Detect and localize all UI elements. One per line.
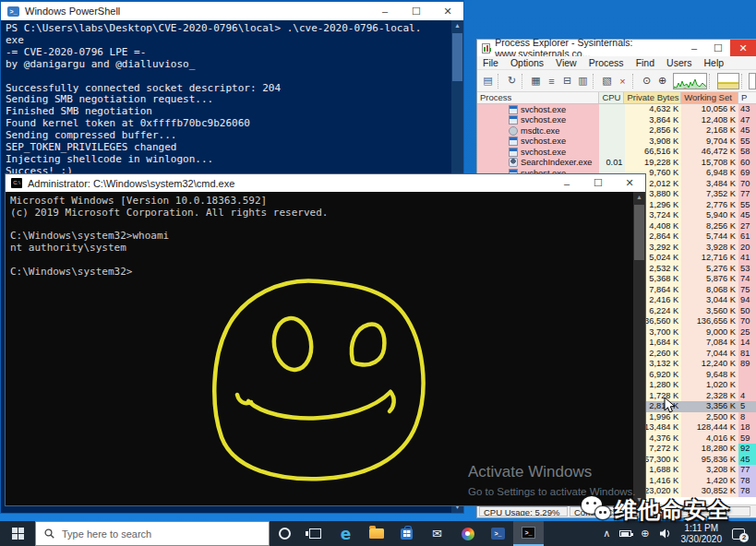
column-header-working-set[interactable]: Working Set [681,92,738,103]
kill-process-icon[interactable]: × [615,74,630,89]
menu-item-find[interactable]: Find [636,57,654,68]
volume-icon[interactable] [654,521,676,546]
minimize-button[interactable]: – [551,174,582,192]
cmd-title: Administrator: C:\Windows\system32\cmd.e… [28,178,234,189]
maximize-button[interactable]: ☐ [401,2,432,20]
svchost-process-icon [509,136,518,146]
column-header-cpu[interactable]: CPU [599,92,625,103]
powershell-icon: >_ [7,6,19,17]
taskbar: Type here to search e ✉ >_ >_ ∧ ⊕ 1:11 P… [0,521,756,546]
cmd-titlebar[interactable]: C:\ Administrator: C:\Windows\system32\c… [6,174,645,192]
lower-pane-icon[interactable]: ⊟ [559,74,575,89]
scroll-up-icon[interactable]: ▲ [451,20,463,31]
terminal-line: C:\Windows\system32> [10,267,633,279]
column-header-pid[interactable]: P [738,92,756,103]
notification-button[interactable]: 2 [727,521,756,546]
scroll-down-icon[interactable]: ▼ [633,494,645,505]
paint-button[interactable] [452,521,483,546]
powershell-titlebar[interactable]: >_ Windows PowerShell – ☐ ✕ [1,2,463,20]
close-button[interactable]: ✕ [730,40,756,56]
dll-view-icon[interactable]: ▥ [575,74,591,89]
minimize-button[interactable]: – [369,2,401,20]
mail-button[interactable]: ✉ [422,521,452,546]
process-row[interactable]: svchost.exe3,908 K9,704 K55 [477,136,756,148]
commit-history-graph[interactable] [717,73,738,89]
process-name: svchost.exe [521,148,566,157]
cortana-button[interactable] [270,521,300,546]
cpu-history-graph[interactable] [673,73,707,89]
process-explorer-icon [482,43,490,53]
file-explorer-button[interactable] [361,521,391,546]
search-process-icon [509,158,518,167]
scroll-up-icon[interactable]: ▲ [633,192,645,203]
minimize-button[interactable]: – [682,40,706,56]
terminal-line: (c) 2019 Microsoft Corporation. All righ… [10,208,633,220]
terminal-line: PS C:\Users\labs\Desktop\CVE-2020-0796\l… [6,23,451,35]
scrollbar-thumb[interactable] [452,33,462,81]
system-info-icon[interactable]: ▦ [528,74,544,89]
cmd-terminal-output: Microsoft Windows [Version 10.0.18363.59… [6,192,633,505]
edge-button[interactable]: e [330,521,361,546]
menu-item-view[interactable]: View [556,57,577,68]
notification-icon: 2 [732,528,745,540]
terminal-line [10,255,633,267]
taskbar-search[interactable]: Type here to search [35,521,270,546]
find-handle-icon[interactable]: ⊙ [639,74,654,89]
process-row[interactable]: msdtc.exe2,856 K2,168 K45 [477,125,756,136]
column-headers: Process CPU Private Bytes Working Set P [477,92,756,104]
column-header-private-bytes[interactable]: Private Bytes [624,92,681,103]
search-placeholder: Type here to search [62,528,151,540]
process-explorer-titlebar[interactable]: Process Explorer - Sysinternals: www.sys… [477,40,756,56]
msdtc-process-icon [509,126,518,136]
menu-item-help[interactable]: Help [703,57,724,68]
find-window-icon[interactable]: ⊕ [654,74,670,89]
search-icon [44,528,54,539]
cmd-icon: >_ [522,527,535,539]
save-icon[interactable]: ▤ [480,74,496,89]
process-row[interactable]: svchost.exe66,516 K46,472 K58 [477,147,756,158]
taskbar-clock[interactable]: 1:11 PM 3/30/2020 [676,523,728,545]
process-tree-icon[interactable]: ≡ [544,74,559,89]
status-commit-charge: Commit Charg [570,506,750,516]
process-explorer-statusbar: CPU Usage: 5.29% Commit Charg [477,504,756,517]
svchost-process-icon [509,148,518,157]
start-button[interactable] [0,521,35,546]
powershell-taskbar-button[interactable]: >_ [483,521,513,546]
folder-icon [369,528,384,539]
io-history-graph[interactable] [749,73,756,89]
close-button[interactable]: ✕ [432,2,463,20]
process-explorer-menubar: FileOptionsViewProcessFindUsersHelp [477,56,756,70]
column-header-process[interactable]: Process [477,92,599,103]
terminal-line: -= CVE-2020-0796 LPE =- [6,47,451,59]
edge-icon: e [341,525,352,543]
process-row[interactable]: SearchIndexer.exe0.0119,228 K15,708 K60 [477,158,756,169]
maximize-button[interactable]: ☐ [706,40,730,56]
scrollbar-thumb[interactable] [634,205,644,260]
network-icon[interactable]: ⊕ [636,521,654,546]
task-view-button[interactable] [300,521,330,546]
process-row[interactable]: svchost.exe4,632 K10,056 K43 [477,104,756,115]
properties-icon[interactable]: ▧ [599,74,615,89]
cmd-scrollbar[interactable]: ▲ ▼ [633,192,645,505]
svchost-process-icon [509,105,518,114]
powershell-icon: >_ [491,528,505,540]
process-name: svchost.exe [521,136,566,146]
cmd-taskbar-button[interactable]: >_ [513,521,544,546]
refresh-icon[interactable]: ↻ [504,74,520,89]
task-view-icon [309,528,321,539]
close-button[interactable]: ✕ [614,174,645,192]
battery-icon[interactable] [615,521,636,546]
maximize-button[interactable]: ☐ [582,174,614,192]
cmd-window[interactable]: C:\ Administrator: C:\Windows\system32\c… [5,173,646,506]
menu-item-file[interactable]: File [483,57,498,68]
store-button[interactable] [391,521,422,546]
menu-item-options[interactable]: Options [510,57,544,68]
menu-item-users[interactable]: Users [666,57,691,68]
tray-chevron-up-icon[interactable]: ∧ [598,521,615,546]
menu-item-process[interactable]: Process [589,57,624,68]
process-row[interactable]: svchost.exe3,864 K12,408 K47 [477,115,756,126]
system-tray: ∧ ⊕ 1:11 PM 3/30/2020 2 [598,521,756,546]
process-name: svchost.exe [521,115,566,125]
process-name: SearchIndexer.exe [521,158,593,167]
terminal-line: Microsoft Windows [Version 10.0.18363.59… [10,196,633,208]
